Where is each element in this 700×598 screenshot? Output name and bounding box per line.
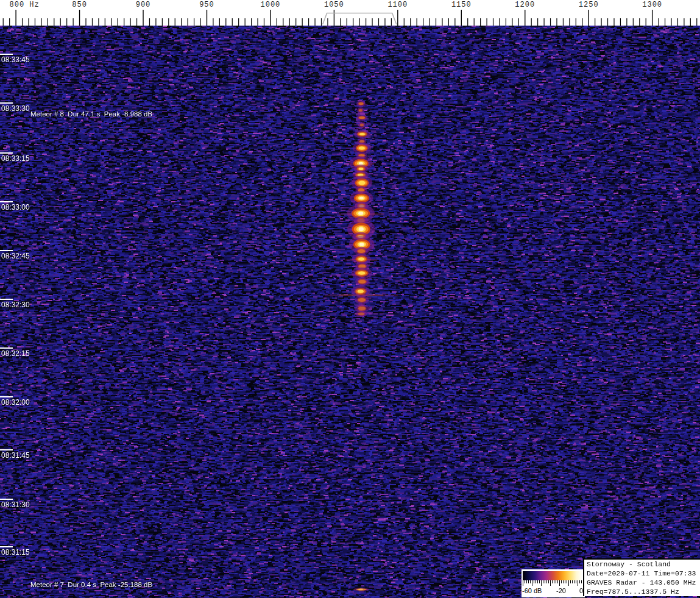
- freq-tick-label: 1200: [515, 1, 535, 9]
- time-tick: [0, 347, 13, 349]
- time-label: 08:33:00: [1, 203, 30, 212]
- freq-tick-label: 1150: [451, 1, 472, 9]
- time-label: 08:31:15: [1, 548, 30, 557]
- time-label: 08:33:45: [1, 55, 30, 64]
- freq-tick-label: 1250: [579, 1, 599, 9]
- meteor-radar-spectrogram-screen: { "freq_axis": { "start_hz": 787.5, "end…: [0, 0, 700, 598]
- meteor-8-annotation: Meteor # 8 Dur 47.1 s Peak -8.988 dB: [30, 110, 152, 118]
- freq-tick-label: 1050: [324, 1, 344, 9]
- time-label: 08:32:30: [1, 301, 30, 309]
- time-label: 08:32:00: [1, 398, 30, 407]
- time-tick: [0, 54, 13, 55]
- time-label: 08:31:45: [1, 451, 30, 460]
- time-label: 08:33:15: [1, 154, 30, 163]
- time-label: 08:32:15: [1, 349, 30, 358]
- time-tick: [0, 299, 13, 300]
- freq-tick-label: 850: [72, 1, 87, 9]
- freq-tick-label: 950: [199, 1, 214, 9]
- scale-label-min: -60 dB: [522, 587, 542, 594]
- station-info-box: Stornoway - Scotland Date=2020-07-11 Tim…: [583, 558, 700, 596]
- radar-line: GRAVES Radar - 143.050 MHz: [584, 578, 700, 587]
- freq-range-line: Freq=787.5...1337.5 Hz: [584, 587, 700, 596]
- freq-tick-label: 1100: [387, 1, 408, 9]
- scale-label-mid: -20: [556, 587, 566, 594]
- freq-tick-label: 800 Hz: [10, 1, 40, 9]
- time-tick: [0, 250, 13, 251]
- intensity-scale-panel: -60 dB -20 0: [521, 569, 585, 597]
- freq-tick-label: 900: [136, 1, 151, 9]
- date-time-line: Date=2020-07-11 Time=07:33: [584, 569, 700, 578]
- time-tick: [0, 546, 13, 547]
- freq-tick-label: 1000: [261, 1, 281, 9]
- frequency-axis: 800 Hz8509009501000105011001150120012501…: [0, 0, 700, 26]
- time-label: 08:31:30: [1, 500, 30, 509]
- meteor-7-annotation: Meteor # 7 Dur 0.4 s Peak -25.188 dB: [30, 581, 152, 588]
- time-tick: [0, 102, 13, 104]
- station-name: Stornoway - Scotland: [584, 560, 700, 569]
- time-label: 08:33:30: [1, 104, 30, 113]
- time-tick: [0, 152, 13, 154]
- time-tick: [0, 449, 13, 450]
- time-label: 08:32:45: [1, 252, 30, 260]
- freq-tick-label: 1300: [642, 1, 662, 9]
- time-tick: [0, 201, 13, 202]
- intensity-scale-ticks: [523, 580, 584, 586]
- intensity-gradient-bar: [523, 571, 582, 580]
- time-tick: [0, 396, 13, 397]
- time-tick: [0, 499, 13, 500]
